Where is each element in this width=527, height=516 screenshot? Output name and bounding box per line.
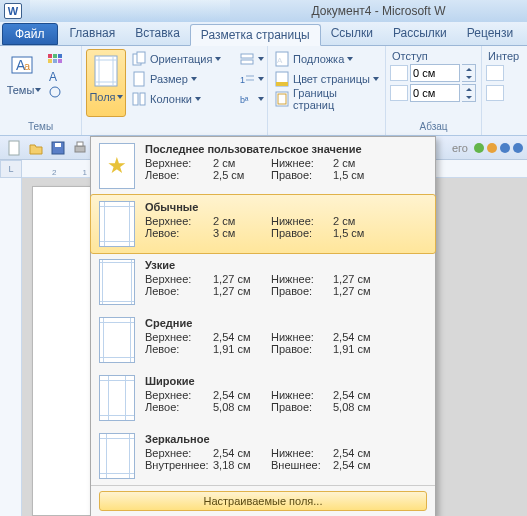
orientation-label: Ориентация bbox=[150, 53, 212, 65]
margins-dropdown: ★ Последнее пользовательское значение Ве… bbox=[90, 136, 436, 516]
save-button[interactable] bbox=[48, 138, 68, 158]
margins-option-moderate[interactable]: Средние Верхнее:2,54 смНижнее:2,54 см Ле… bbox=[91, 311, 435, 369]
orientation-button[interactable]: Ориентация bbox=[129, 49, 234, 69]
margins-option-mirrored[interactable]: Зеркальное Верхнее:2,54 смНижнее:2,54 см… bbox=[91, 427, 435, 485]
theme-colors-button[interactable] bbox=[47, 53, 63, 67]
group-indent: Отступ Абзац bbox=[386, 46, 482, 135]
svg-rect-36 bbox=[75, 146, 85, 152]
margin-thumb-icon bbox=[99, 201, 135, 247]
indent-right-input[interactable] bbox=[410, 84, 460, 102]
group-page-setup-label bbox=[86, 119, 263, 133]
chevron-down-icon bbox=[258, 77, 264, 81]
size-label: Размер bbox=[150, 73, 188, 85]
chevron-down-icon bbox=[191, 77, 197, 81]
svg-rect-5 bbox=[58, 54, 62, 58]
margins-option-wide[interactable]: Широкие Верхнее:2,54 смНижнее:2,54 см Ле… bbox=[91, 369, 435, 427]
svg-rect-22 bbox=[241, 60, 253, 64]
chevron-down-icon bbox=[35, 88, 41, 92]
svg-text:A: A bbox=[49, 70, 57, 83]
new-doc-button[interactable] bbox=[4, 138, 24, 158]
indent-right-stepper[interactable] bbox=[462, 84, 476, 102]
group-themes: Aa Темы A Темы bbox=[0, 46, 82, 135]
svg-text:a: a bbox=[24, 60, 31, 72]
indent-left-icon bbox=[390, 65, 408, 81]
chevron-down-icon bbox=[373, 77, 379, 81]
hyphenation-button[interactable]: bª bbox=[237, 89, 263, 109]
margin-thumb-icon bbox=[99, 375, 135, 421]
page-borders-button[interactable]: Границы страниц bbox=[272, 89, 381, 109]
svg-rect-17 bbox=[137, 52, 145, 63]
svg-rect-37 bbox=[77, 142, 83, 146]
vertical-ruler[interactable] bbox=[0, 178, 22, 516]
indent-left-stepper[interactable] bbox=[462, 64, 476, 82]
spacing-before-icon bbox=[486, 65, 504, 81]
indent-right-row bbox=[390, 83, 477, 103]
tab-home[interactable]: Главная bbox=[60, 23, 126, 45]
svg-rect-7 bbox=[53, 59, 57, 63]
quick-access-toolbar[interactable] bbox=[30, 0, 230, 22]
page-color-button[interactable]: Цвет страницы bbox=[272, 69, 381, 89]
word-app-icon: W bbox=[4, 3, 22, 19]
chevron-down-icon bbox=[195, 97, 201, 101]
breaks-button[interactable] bbox=[237, 49, 263, 69]
open-folder-button[interactable] bbox=[26, 138, 46, 158]
margin-thumb-icon bbox=[99, 317, 135, 363]
svg-rect-3 bbox=[48, 54, 52, 58]
svg-rect-19 bbox=[133, 93, 138, 105]
chevron-down-icon bbox=[258, 57, 264, 61]
tab-review[interactable]: Рецензи bbox=[457, 23, 523, 45]
page-borders-icon bbox=[274, 91, 290, 107]
margins-option-normal[interactable]: Обычные Верхнее:2 смНижнее:2 см Левое:3 … bbox=[90, 194, 436, 254]
window-title: Документ4 - Microsoft W bbox=[230, 4, 527, 18]
columns-label: Колонки bbox=[150, 93, 192, 105]
themes-label: Темы bbox=[7, 84, 35, 96]
chevron-down-icon bbox=[347, 57, 353, 61]
themes-button[interactable]: Aa Темы bbox=[4, 49, 44, 117]
tab-references[interactable]: Ссылки bbox=[321, 23, 383, 45]
tab-file[interactable]: Файл bbox=[2, 23, 58, 45]
margin-thumb-icon bbox=[99, 433, 135, 479]
size-button[interactable]: Размер bbox=[129, 69, 234, 89]
margins-option-narrow[interactable]: Узкие Верхнее:1,27 смНижнее:1,27 см Лево… bbox=[91, 253, 435, 311]
margins-label: Поля bbox=[89, 91, 115, 103]
margins-button[interactable]: Поля bbox=[86, 49, 126, 117]
theme-effects-button[interactable] bbox=[47, 85, 63, 99]
page-color-label: Цвет страницы bbox=[293, 73, 370, 85]
svg-text:A: A bbox=[277, 56, 283, 65]
svg-point-10 bbox=[50, 87, 60, 97]
print-button[interactable] bbox=[70, 138, 90, 158]
group-page-background-label bbox=[272, 119, 381, 133]
group-paragraph-label: Абзац bbox=[390, 119, 477, 133]
margins-custom-button[interactable]: Настраиваемые поля... bbox=[99, 491, 427, 511]
watermark-label: Подложка bbox=[293, 53, 344, 65]
line-numbers-icon: 1 bbox=[239, 71, 255, 87]
breaks-icon bbox=[239, 51, 255, 67]
ruler-corner[interactable]: L bbox=[0, 160, 22, 178]
hyphenation-icon: bª bbox=[239, 91, 255, 107]
svg-rect-6 bbox=[48, 59, 52, 63]
svg-rect-21 bbox=[241, 54, 253, 58]
ribbon-tabs: Файл Главная Вставка Разметка страницы С… bbox=[0, 22, 527, 46]
margins-option-last[interactable]: ★ Последнее пользовательское значение Ве… bbox=[91, 137, 435, 195]
tab-mailings[interactable]: Рассылки bbox=[383, 23, 457, 45]
watermark-button[interactable]: AПодложка bbox=[272, 49, 381, 69]
columns-icon bbox=[131, 91, 147, 107]
columns-button[interactable]: Колонки bbox=[129, 89, 234, 109]
status-dots bbox=[474, 143, 523, 153]
theme-fonts-button[interactable]: A bbox=[47, 69, 63, 83]
group-themes-label: Темы bbox=[4, 119, 77, 133]
tab-insert[interactable]: Вставка bbox=[125, 23, 190, 45]
right-text-fragment: его bbox=[452, 142, 468, 154]
size-icon bbox=[131, 71, 147, 87]
svg-rect-20 bbox=[140, 93, 145, 105]
ribbon: Aa Темы A Темы Поля Ориентация Размер Ко… bbox=[0, 46, 527, 136]
title-bar: W Документ4 - Microsoft W bbox=[0, 0, 527, 22]
line-numbers-button[interactable]: 1 bbox=[237, 69, 263, 89]
svg-rect-30 bbox=[276, 82, 288, 86]
svg-rect-33 bbox=[9, 141, 19, 155]
tab-page-layout[interactable]: Разметка страницы bbox=[190, 24, 321, 46]
indent-left-row bbox=[390, 63, 477, 83]
svg-rect-4 bbox=[53, 54, 57, 58]
indent-left-input[interactable] bbox=[410, 64, 460, 82]
document-page[interactable] bbox=[32, 186, 92, 516]
